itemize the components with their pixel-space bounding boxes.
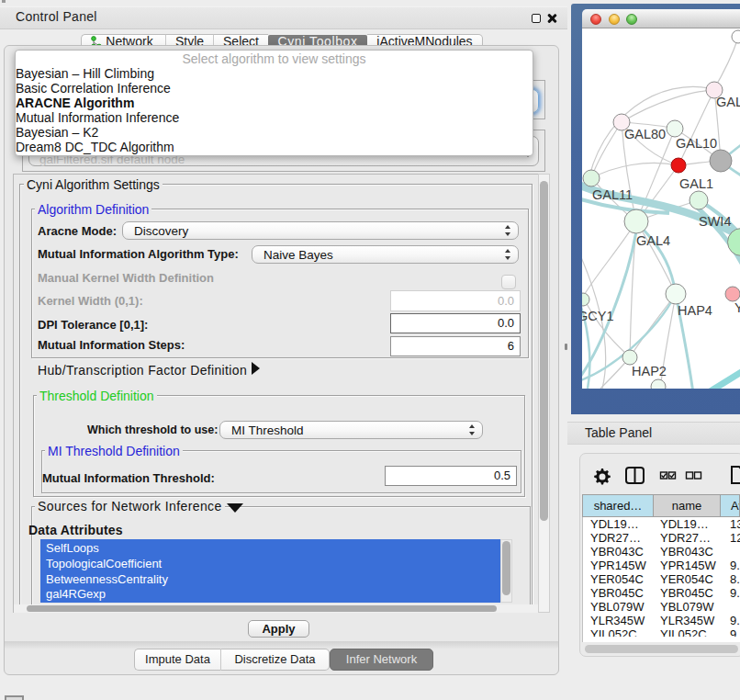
svg-text:HAP2: HAP2 <box>632 364 667 378</box>
svg-text:GAL10: GAL10 <box>676 136 717 151</box>
svg-text:GCY1: GCY1 <box>582 309 614 323</box>
svg-text:SWI4: SWI4 <box>699 214 731 229</box>
svg-text:GAL11: GAL11 <box>592 187 633 202</box>
svg-text:GAL4: GAL4 <box>636 233 670 248</box>
svg-text:GAL: GAL <box>716 95 740 109</box>
svg-text:GAL80: GAL80 <box>624 127 666 141</box>
svg-text:Y: Y <box>734 300 740 315</box>
svg-text:GAL1: GAL1 <box>679 176 713 191</box>
svg-text:HAP4: HAP4 <box>678 303 712 318</box>
